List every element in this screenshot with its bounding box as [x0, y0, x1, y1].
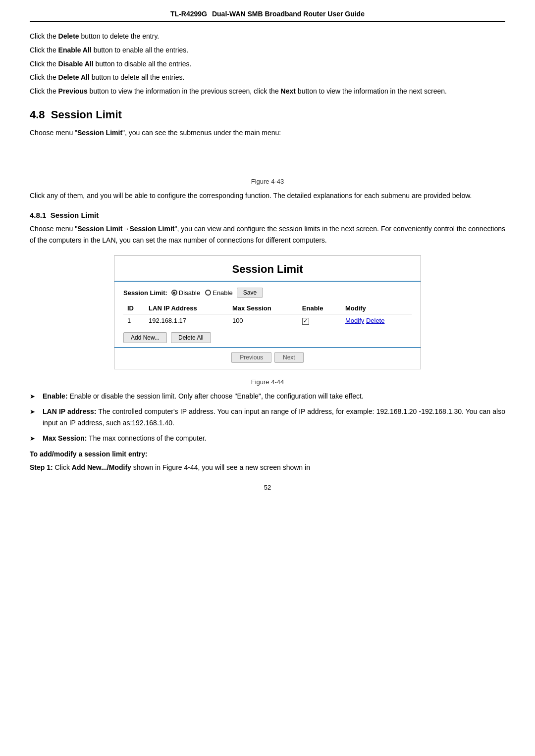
page-header: TL-R4299G Dual-WAN SMB Broadband Router …: [30, 10, 505, 22]
header-title: Dual-WAN SMB Broadband Router User Guide: [212, 10, 365, 18]
subsection-481-heading: 4.8.1 Session Limit: [30, 211, 505, 219]
sl-row-modify: Modify Delete: [341, 314, 412, 327]
sl-col-modify: Modify: [341, 302, 412, 314]
bullet-arrow-3: ➤: [30, 433, 38, 444]
figure-43-desc: Click any of them, and you will be able …: [30, 190, 505, 202]
sl-table: ID LAN IP Address Max Session Enable Mod…: [123, 302, 412, 327]
sl-col-enable: Enable: [298, 302, 341, 314]
delete-all-button[interactable]: Delete All: [171, 332, 211, 343]
section-48-intro: Choose menu "Session Limit", you can see…: [30, 127, 505, 139]
page-container: TL-R4299G Dual-WAN SMB Broadband Router …: [0, 0, 535, 511]
next-button[interactable]: Next: [274, 352, 304, 363]
sl-disable-label: Disable: [179, 289, 200, 297]
session-limit-panel-title: Session Limit: [114, 256, 421, 282]
radio-disable-dot[interactable]: [171, 290, 177, 296]
page-number: 52: [30, 484, 505, 491]
sl-radio-enable[interactable]: Enable: [205, 289, 232, 297]
sl-row-ip: 192.168.1.17: [145, 314, 228, 327]
step1-suffix: shown in Figure 4-44, you will see a new…: [131, 463, 310, 471]
sl-table-header-row: ID LAN IP Address Max Session Enable Mod…: [123, 302, 412, 314]
intro-line-5: Click the Previous button to view the in…: [30, 86, 505, 98]
sl-enable-label: Enable: [213, 289, 232, 297]
bullet-item-lan-ip: ➤ LAN IP address: The controlled compute…: [30, 406, 505, 429]
bullet-arrow-1: ➤: [30, 391, 38, 402]
step1-bold: Add New.../Modify: [72, 463, 131, 471]
sl-control-row: Session Limit: Disable Enable Save: [123, 288, 412, 298]
table-row: 1 192.168.1.17 100 Modify Delete: [123, 314, 412, 327]
session-limit-panel: Session Limit Session Limit: Disable Ena…: [114, 255, 421, 369]
bullet-item-max-session: ➤ Max Session: The max connections of th…: [30, 433, 505, 444]
sl-radio-disable[interactable]: Disable: [171, 289, 200, 297]
header-model: TL-R4299G: [170, 10, 207, 18]
subsection-481-desc: Choose menu "Session Limit→Session Limit…: [30, 223, 505, 247]
step1-text: Step 1: Click Add New.../Modify shown in…: [30, 462, 505, 474]
intro-line-2: Click the Enable All button to enable al…: [30, 45, 505, 56]
bullet-lan-ip-text: LAN IP address: The controlled computer'…: [43, 406, 505, 429]
delete-link[interactable]: Delete: [366, 317, 385, 324]
radio-enable-dot[interactable]: [205, 290, 211, 296]
sl-row-id: 1: [123, 314, 145, 327]
sl-col-max: Max Session: [228, 302, 298, 314]
bullet-list: ➤ Enable: Enable or disable the session …: [30, 391, 505, 444]
sl-btn-row: Add New... Delete All: [123, 332, 412, 343]
sl-col-id: ID: [123, 302, 145, 314]
figure-43-label: Figure 4-43: [30, 178, 505, 185]
section-48-heading: 4.8 Session Limit: [30, 108, 505, 121]
step1-label: Step 1:: [30, 463, 53, 471]
sl-enable-checkbox[interactable]: [302, 318, 309, 325]
figure-44-label: Figure 4-44: [30, 378, 505, 386]
sl-save-button[interactable]: Save: [237, 288, 263, 298]
sl-row-enable: [298, 314, 341, 327]
sl-row-max-session: 100: [228, 314, 298, 327]
sl-radio-group: Disable Enable: [171, 289, 233, 297]
modify-link[interactable]: Modify: [345, 317, 364, 324]
bullet-max-session-text: Max Session: The max connections of the …: [43, 433, 206, 444]
intro-line-3: Click the Disable All button to disable …: [30, 58, 505, 70]
figure-43-space: [30, 142, 505, 172]
previous-button[interactable]: Previous: [231, 352, 271, 363]
step-section-heading: To add/modify a session limit entry:: [30, 450, 505, 458]
bullet-arrow-2: ➤: [30, 406, 38, 417]
add-new-button[interactable]: Add New...: [123, 332, 167, 343]
sl-label: Session Limit:: [123, 289, 167, 297]
bullet-enable-text: Enable: Enable or disable the session li…: [43, 391, 364, 402]
intro-line-4: Click the Delete All button to delete al…: [30, 72, 505, 84]
sl-col-ip: LAN IP Address: [145, 302, 228, 314]
bullet-item-enable: ➤ Enable: Enable or disable the session …: [30, 391, 505, 402]
intro-line-1: Click the Delete button to delete the en…: [30, 31, 505, 43]
sl-bottom-nav: Previous Next: [114, 347, 421, 363]
